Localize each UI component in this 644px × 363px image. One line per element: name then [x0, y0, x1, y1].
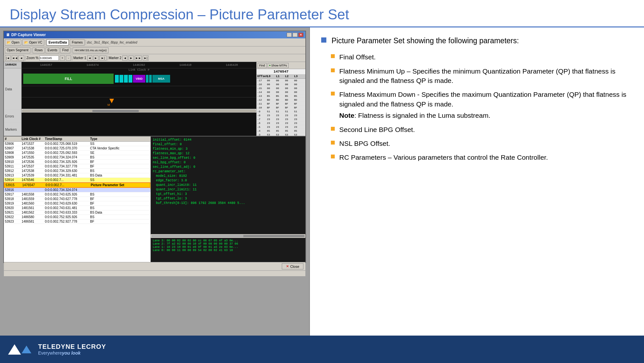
footer-text-block: TELEDYNE LECROY Everywhereyou look: [38, 343, 106, 356]
waveform-scrollbar[interactable]: [22, 109, 256, 113]
zoom-out-button[interactable]: -: [66, 55, 71, 61]
timeline-num-3: 1446392: [133, 64, 145, 67]
l1-col-header: L1: [276, 75, 285, 78]
zoom-input[interactable]: [39, 55, 59, 61]
table-row[interactable]: 5391714815580:0:0.002.743.625.926BS: [4, 192, 150, 197]
close-row: ✕ Close: [4, 262, 305, 270]
capture-window: 🖥 DP Capture Viewer _ □ ✕ 📂 Open 📂 Open …: [3, 31, 306, 263]
footer-company-name: TELEDYNE LECROY: [38, 343, 106, 350]
nav-last[interactable]: ►|: [143, 55, 148, 61]
window-close-button[interactable]: ✕ Close: [282, 263, 303, 269]
table-header: # Link Clock # TimeStamp Type: [4, 136, 150, 142]
fill-bar: FILL: [23, 74, 114, 84]
marker1-next[interactable]: ►: [93, 55, 98, 61]
l2-col-header: L2: [285, 75, 294, 78]
l0-col-header: L0: [267, 75, 276, 78]
nav-next[interactable]: ►►: [135, 55, 142, 61]
side-panel-toolbar: Find ● Show MTPs: [257, 62, 305, 69]
side-mtps-button[interactable]: ● Show MTPs: [268, 63, 289, 68]
nav-sep2: [72, 55, 72, 61]
timestamp-format-button[interactable]: HH:MM:SS.ms.us.ns(ps): [73, 47, 108, 53]
offset-row-neg5: -523232323: [257, 125, 305, 129]
table-row[interactable]: 5390614715370:0:0.002.725.068.519SS: [4, 142, 150, 146]
table-row[interactable]: 5390814715500:0:0.002.725.092.593SE: [4, 151, 150, 155]
maximize-button[interactable]: □: [292, 33, 298, 37]
marker2-prev[interactable]: ◄: [122, 55, 128, 61]
events-button[interactable]: Events: [46, 47, 59, 53]
table-row[interactable]: 539160:0:0.002.734.324.074: [4, 188, 150, 192]
zoom-in-button[interactable]: +: [60, 55, 65, 61]
nav-first[interactable]: |◄: [5, 55, 11, 61]
offset-col-header: Offset: [257, 75, 267, 78]
offset-row-neg15: -1500000000: [257, 86, 305, 90]
toolbar-sep-1: [45, 40, 46, 45]
offset-row-neg12: -12BDBDBDBD: [257, 98, 305, 102]
find-button[interactable]: Find: [60, 47, 70, 53]
bullet-flatness-max: Flatness Maximum Down - Specifies the ma…: [331, 90, 633, 120]
marker1-set[interactable]: ►|: [99, 55, 107, 61]
detail-line-8: rc_parameter_set:: [153, 169, 303, 174]
status-bar: [4, 270, 305, 276]
offset-row-neg3: -353535353: [257, 133, 305, 136]
hex-line-0: Lane 0: 00 00 11 00 00 89 54 02 00 02 41…: [153, 249, 303, 252]
minimize-button[interactable]: _: [287, 33, 292, 37]
detail-line-1: initial_offset: 6144: [153, 138, 303, 142]
waveform-display: 1446357 1446374 1446392 1446410 1446428 …: [22, 62, 256, 136]
markers-row: M: [22, 97, 256, 109]
open-segment-button[interactable]: Open Segment: [5, 47, 30, 53]
table-row[interactable]: 5391314725390:0:0.002.734.331.481BS Data: [4, 173, 150, 178]
table-row[interactable]: 5392014815610:0:0.002.743.631.481BS: [4, 206, 150, 210]
table-row[interactable]: 5391414765460:0:0.002.7...SS: [4, 178, 150, 182]
offset-row-neg13: -13B5B5B5B5: [257, 94, 305, 98]
nav-prev[interactable]: ◄: [18, 55, 24, 61]
table-row[interactable]: 5391114725370:0:0.002.734.327.778BF: [4, 164, 150, 169]
detail-line-4: flatness_max_qp: 12: [153, 151, 303, 156]
triangle-blue-small: [22, 346, 31, 353]
table-row[interactable]: 5391014725360:0:0.002.734.325.926BF: [4, 160, 150, 164]
hex-line-2: Lane 2: 7f a2 02 80 00 10 4f 00 08 00 00…: [153, 242, 303, 246]
bottom-area: # Link Clock # TimeStamp Type 5390614715…: [4, 136, 305, 262]
close-button[interactable]: ✕: [298, 33, 303, 37]
detail-scrollbar[interactable]: [151, 234, 305, 238]
timeline-num-4: 1446410: [179, 64, 191, 67]
page-title: Display Stream Compression – Picture Par…: [10, 6, 634, 23]
frames-button[interactable]: Frames: [70, 39, 85, 45]
side-find-button[interactable]: Find: [258, 63, 267, 68]
table-row[interactable]: 5392114815620:0:0.002.743.633.333BS Data: [4, 210, 150, 215]
detail-line-3: flatness_min_qp: 3: [153, 147, 303, 151]
detail-line-9: model_size: 8192: [153, 174, 303, 178]
offset-row-neg16: -1600000000: [257, 83, 305, 86]
rows-button[interactable]: Rows: [33, 47, 45, 53]
offset-row-neg9: -951515151: [257, 110, 305, 114]
intro-bullet-square: [321, 37, 326, 43]
bullet-text-5: NSL BPG Offset.: [339, 139, 390, 148]
table-row[interactable]: 5392314865810:0:0.002.752.927.778BF: [4, 219, 150, 224]
marker2-next[interactable]: ►: [128, 55, 134, 61]
table-row[interactable]: 5390714715380:0:0.002.725.070.370CTA Ven…: [4, 146, 150, 151]
side-offset-panel: Find ● Show MTPs 1476547 Offset L0 L1 L2…: [256, 62, 305, 136]
data-blocks: VBID MSA: [115, 75, 170, 83]
offset-row-neg8: -823232323: [257, 114, 305, 117]
detail-line-5: sec_line_bpg_offset: 0: [153, 156, 303, 160]
data-waveform-row: FILL VBID MSA: [22, 72, 256, 86]
vbid-block: VBID: [133, 75, 145, 83]
nav-sep: [25, 55, 26, 61]
offset-headers: Offset L0 L1 L2 L3: [257, 75, 305, 79]
intro-section: Picture Parameter Set showing the follow…: [321, 35, 633, 46]
table-row[interactable]: 5390914725350:0:0.002.734.324.074BS: [4, 155, 150, 160]
marker1-prev[interactable]: ◄: [87, 55, 92, 61]
table-row[interactable]: 5391914815600:0:0.002.743.629.630BF: [4, 201, 150, 206]
data-label: Data: [4, 68, 21, 110]
open-vc-button[interactable]: 📂 Open VC: [22, 39, 44, 45]
bullet-text-4: Second Line BPG Offset.: [339, 125, 415, 134]
open-button[interactable]: 📂 Open: [5, 39, 21, 45]
bullet-flatness-min: Flatness Minimum Up – Specifies the mini…: [331, 66, 633, 86]
table-row[interactable]: 5391214725380:0:0.002.734.329.630BS: [4, 169, 150, 173]
nav-prev-fast[interactable]: ◄◄: [12, 55, 17, 61]
table-row[interactable]: 5392214865800:0:0.002.752.925.926BS: [4, 215, 150, 219]
window-icon: 🖥: [6, 33, 10, 37]
page-footer: TELEDYNE LECROY Everywhereyou look: [0, 336, 644, 363]
events-data-button[interactable]: Events/Data: [46, 39, 69, 45]
highlighted-pps-row[interactable]: 5391514765470:0:0.002.7...Picture Parame…: [4, 182, 150, 188]
table-row[interactable]: 5391814815590:0:0.002.743.627.778BF: [4, 197, 150, 201]
